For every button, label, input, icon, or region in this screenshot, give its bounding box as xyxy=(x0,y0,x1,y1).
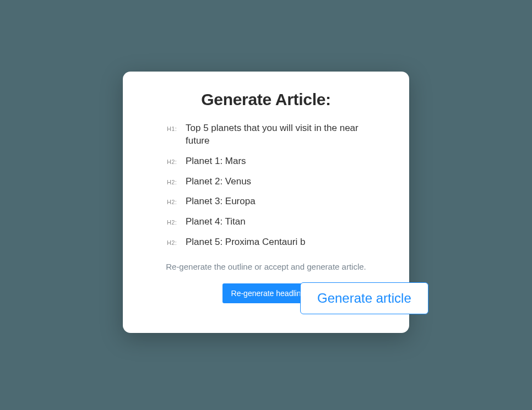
outline-list: H1: Top 5 planets that you will visit in… xyxy=(167,122,381,249)
regenerate-headlines-button[interactable]: Re-generate headlin xyxy=(222,283,310,303)
outline-row: H2: Planet 4: Titan xyxy=(167,216,381,228)
generate-article-button[interactable]: Generate article xyxy=(300,282,428,314)
outline-row: H2: Planet 5: Proxima Centauri b xyxy=(167,236,381,249)
outline-level-label: H2: xyxy=(167,239,180,246)
outline-text: Planet 3: Europa xyxy=(186,195,256,208)
outline-text: Top 5 planets that you will visit in the… xyxy=(186,122,381,147)
outline-text: Planet 1: Mars xyxy=(186,155,246,168)
outline-text: Planet 5: Proxima Centauri b xyxy=(186,236,305,249)
outline-level-label: H2: xyxy=(167,219,180,226)
outline-level-label: H2: xyxy=(167,199,180,205)
outline-row: H1: Top 5 planets that you will visit in… xyxy=(167,122,381,147)
outline-text: Planet 2: Venus xyxy=(186,176,251,188)
outline-row: H2: Planet 2: Venus xyxy=(167,176,381,188)
hint-text: Re-generate the outline or accept and ge… xyxy=(146,262,386,271)
outline-row: H2: Planet 1: Mars xyxy=(167,155,381,168)
action-bar: Re-generate headlin Generate article xyxy=(146,282,386,318)
outline-level-label: H2: xyxy=(167,158,180,165)
outline-row: H2: Planet 3: Europa xyxy=(167,195,381,208)
outline-level-label: H2: xyxy=(167,179,180,185)
generate-article-modal: Generate Article: H1: Top 5 planets that… xyxy=(123,72,409,334)
outline-text: Planet 4: Titan xyxy=(186,216,246,228)
outline-level-label: H1: xyxy=(167,125,180,132)
modal-title: Generate Article: xyxy=(146,90,386,109)
